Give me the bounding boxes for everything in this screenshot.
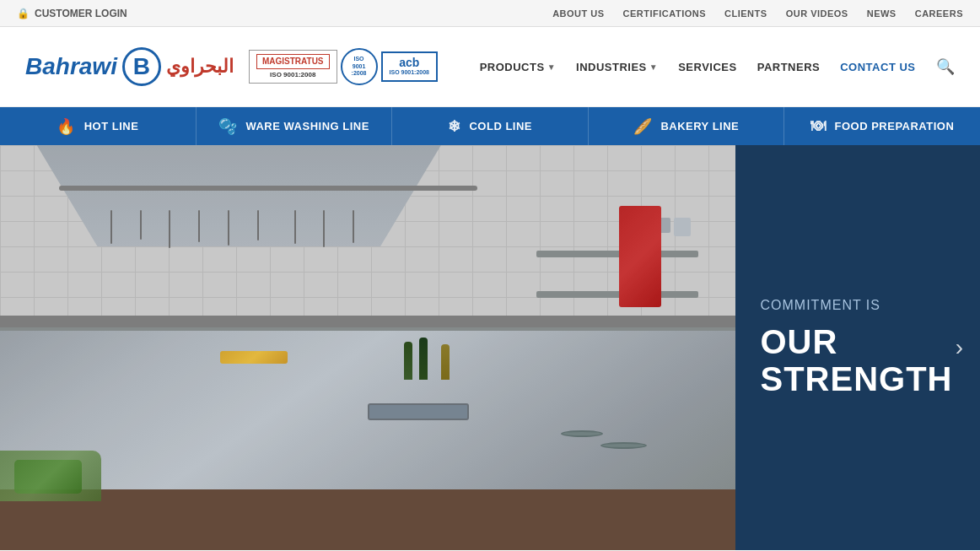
industries-link[interactable]: INDUSTRIES [576, 61, 647, 73]
cold-line-item[interactable]: COLD LINE [392, 107, 589, 145]
industries-nav[interactable]: INDUSTRIES ▼ [576, 61, 658, 73]
bakery-icon [633, 117, 653, 136]
acb-badge: acb ISO 9001:2008 [381, 51, 438, 81]
certification-badges: MAGISTRATUS ISO 9001:2008 ISO 9001 :2008… [249, 48, 438, 85]
produce-display [14, 460, 82, 494]
food-prep-label: FOOD PREPARATION [834, 120, 954, 132]
iso-label: ISO [354, 56, 364, 62]
industries-dropdown-arrow: ▼ [649, 62, 658, 72]
commitment-text: COMMITMENT IS [761, 298, 956, 313]
kitchen-visual [0, 145, 735, 550]
main-nav-links: PRODUCTS ▼ INDUSTRIES ▼ SERVICES PARTNER… [480, 57, 955, 76]
customer-login-area[interactable]: 🔒 CUSTOMER LOGIN [17, 8, 127, 19]
pan-2 [600, 442, 647, 449]
hot-line-label: HOT LINE [84, 120, 139, 132]
partners-link[interactable]: PARTNERS [757, 61, 821, 73]
services-link[interactable]: SERVICES [678, 61, 737, 73]
certifications-link[interactable]: CERTIFICATIONS [623, 8, 706, 19]
magistratus-label: MAGISTRATUS [256, 54, 330, 69]
our-videos-link[interactable]: OUR VIDEOS [786, 8, 848, 19]
logo-area: Bahrawi B البحراوي MAGISTRATUS ISO 9001:… [25, 47, 438, 86]
main-nav: Bahrawi B البحراوي MAGISTRATUS ISO 9001:… [0, 27, 980, 107]
bakery-line-label: BAKERY LINE [660, 120, 739, 132]
news-link[interactable]: NEWS [867, 8, 897, 19]
bottle-3 [441, 344, 450, 380]
iso-number: 9001 [353, 63, 366, 70]
hero-image [0, 145, 735, 550]
ware-washing-label: WARE WASHING LINE [245, 120, 369, 132]
product-bar: HOT LINE WARE WASHING LINE COLD LINE BAK… [0, 107, 980, 145]
cold-line-label: COLD LINE [469, 120, 532, 132]
logo-letter: B [122, 47, 161, 86]
pan-1 [561, 430, 603, 437]
dark-overlay [0, 145, 735, 550]
clients-link[interactable]: CLIENTS [724, 8, 767, 19]
products-dropdown-arrow: ▼ [547, 62, 556, 72]
logo-arabic: البحراوي [166, 56, 234, 78]
bakery-line-item[interactable]: BAKERY LINE [589, 107, 785, 145]
magistratus-sub: ISO 9001:2008 [256, 71, 330, 79]
acb-sub: ISO 9001:2008 [390, 69, 429, 76]
hero-next-arrow[interactable]: › [956, 334, 963, 361]
flame-icon [57, 117, 76, 136]
prep-icon [810, 117, 827, 135]
ware-washing-item[interactable]: WARE WASHING LINE [197, 107, 393, 145]
cold-icon [448, 117, 461, 136]
top-bar: 🔒 CUSTOMER LOGIN ABOUT US CERTIFICATIONS… [0, 0, 980, 27]
search-icon[interactable]: 🔍 [936, 57, 956, 76]
logo: Bahrawi B البحراوي [25, 47, 234, 86]
wash-icon [218, 117, 238, 136]
brand-name: Bahrawi [25, 53, 117, 80]
magistratus-badge: MAGISTRATUS ISO 9001:2008 [249, 50, 337, 84]
iso-circle-badge: ISO 9001 :2008 [341, 48, 378, 85]
products-nav[interactable]: PRODUCTS ▼ [480, 61, 556, 73]
careers-link[interactable]: CAREERS [915, 8, 963, 19]
top-nav-links: ABOUT US CERTIFICATIONS CLIENTS OUR VIDE… [552, 8, 963, 19]
hero-panel: COMMITMENT IS OUR STRENGTH › [735, 145, 981, 550]
contact-us-link[interactable]: CONTACT US [840, 61, 915, 73]
lock-icon: 🔒 [17, 8, 30, 19]
acb-label: acb [399, 57, 419, 68]
iso-year: :2008 [352, 70, 367, 77]
bottle-2 [419, 338, 428, 380]
hero-section: COMMITMENT IS OUR STRENGTH › [0, 145, 980, 550]
customer-login-label[interactable]: CUSTOMER LOGIN [35, 8, 127, 19]
bottle-1 [404, 342, 412, 380]
food-items [220, 351, 288, 364]
products-link[interactable]: PRODUCTS [480, 61, 545, 73]
about-us-link[interactable]: ABOUT US [552, 8, 604, 19]
strength-text: OUR STRENGTH [761, 323, 956, 397]
hot-line-item[interactable]: HOT LINE [0, 107, 197, 145]
food-prep-item[interactable]: FOOD PREPARATION [784, 107, 980, 145]
